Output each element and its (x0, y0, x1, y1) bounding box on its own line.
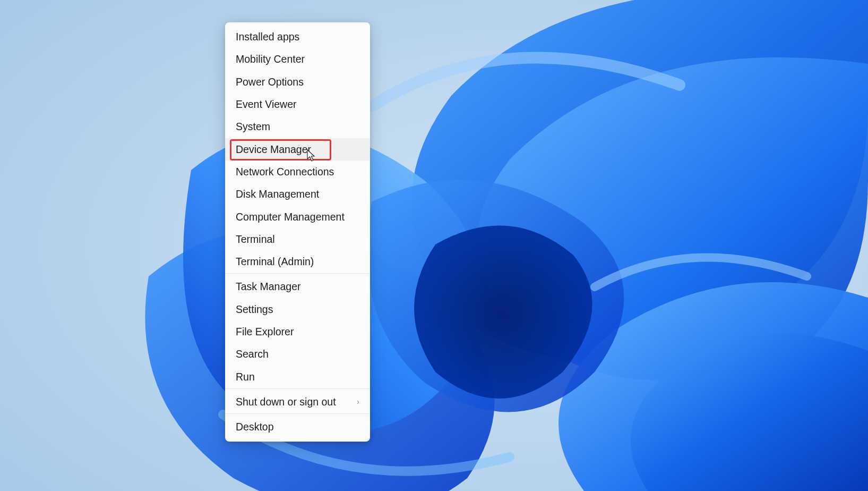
menu-item-label: Power Options (236, 75, 359, 89)
menu-item-label: Terminal (236, 232, 359, 246)
menu-item-mobility-center[interactable]: Mobility Center (225, 48, 370, 70)
menu-item-task-manager[interactable]: Task Manager (225, 275, 370, 298)
menu-item-label: Network Connections (236, 165, 359, 179)
menu-item-label: Task Manager (236, 280, 359, 293)
menu-item-label: Mobility Center (236, 52, 359, 66)
wallpaper-windows-bloom (0, 0, 868, 491)
menu-item-label: Search (236, 347, 359, 361)
menu-item-desktop[interactable]: Desktop (225, 416, 370, 438)
winx-context-menu: Installed apps Mobility Center Power Opt… (225, 22, 370, 442)
menu-item-event-viewer[interactable]: Event Viewer (225, 93, 370, 115)
menu-item-label: File Explorer (236, 325, 359, 338)
menu-item-label: Run (236, 370, 359, 384)
menu-item-label: System (236, 120, 359, 133)
menu-item-label: Device Manager (236, 142, 359, 156)
menu-item-settings[interactable]: Settings (225, 298, 370, 320)
menu-item-device-manager[interactable]: Device Manager (225, 138, 370, 160)
svg-rect-0 (0, 0, 868, 491)
menu-item-network-connections[interactable]: Network Connections (225, 160, 370, 183)
menu-item-label: Disk Management (236, 187, 359, 201)
menu-item-label: Event Viewer (236, 97, 359, 111)
menu-item-power-options[interactable]: Power Options (225, 71, 370, 93)
menu-item-installed-apps[interactable]: Installed apps (225, 26, 370, 48)
menu-item-computer-management[interactable]: Computer Management (225, 206, 370, 228)
menu-item-label: Installed apps (236, 30, 359, 44)
menu-item-search[interactable]: Search (225, 343, 370, 365)
menu-item-label: Computer Management (236, 210, 359, 224)
menu-item-label: Settings (236, 302, 359, 316)
menu-item-shut-down-or-sign-out[interactable]: Shut down or sign out › (225, 391, 370, 414)
menu-item-disk-management[interactable]: Disk Management (225, 183, 370, 205)
chevron-right-icon: › (357, 397, 359, 407)
menu-item-label: Desktop (236, 420, 359, 434)
menu-item-file-explorer[interactable]: File Explorer (225, 320, 370, 343)
menu-item-system[interactable]: System (225, 115, 370, 138)
menu-item-terminal[interactable]: Terminal (225, 228, 370, 250)
menu-item-run[interactable]: Run (225, 366, 370, 389)
menu-item-terminal-admin[interactable]: Terminal (Admin) (225, 250, 370, 274)
menu-item-label: Shut down or sign out (236, 395, 350, 409)
menu-item-label: Terminal (Admin) (236, 255, 359, 268)
